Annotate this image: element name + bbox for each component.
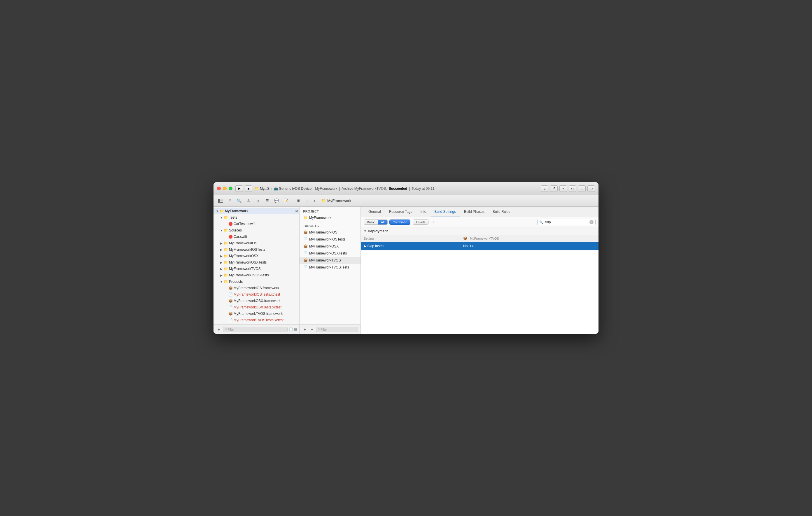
close-button[interactable] xyxy=(217,187,221,190)
add-filter-btn[interactable]: + xyxy=(430,219,436,225)
remove-target-btn[interactable]: − xyxy=(309,327,315,332)
filter-seg-control: Basic All xyxy=(364,219,388,225)
tab-info[interactable]: Info xyxy=(416,207,431,217)
nav-osxfw-item[interactable]: 📦 MyFrameworkOSX.framework xyxy=(213,298,299,304)
device-icon: 📺 xyxy=(273,187,278,191)
navigator-toggle-btn[interactable] xyxy=(216,197,225,205)
nav-tests-folder[interactable]: ▼ 📁 Tests xyxy=(213,214,299,221)
search-input[interactable] xyxy=(545,220,588,224)
nav-osxtests-folder[interactable]: ▶ 📁 MyFrameworkOSXTests xyxy=(213,259,299,266)
lines-icon-btn[interactable]: ≡ xyxy=(541,185,548,192)
filter-icons: 🕐 ⊞ xyxy=(289,327,297,331)
refresh-icon-btn[interactable]: ↺ xyxy=(550,185,558,192)
tab-build-settings[interactable]: Build Settings xyxy=(431,207,460,217)
forward-nav-btn[interactable]: › xyxy=(311,198,318,204)
nav-tvos-folder[interactable]: ▶ 📁 MyFrameworkTVOS xyxy=(213,266,299,272)
nav-ios-folder[interactable]: ▶ 📁 MyFrameworkIOS xyxy=(213,240,299,246)
products-folder-icon: 📁 xyxy=(224,279,228,284)
nav-root-item[interactable]: ▼ 📁 MyFramework M xyxy=(213,208,299,214)
search-btn[interactable]: 🔍 xyxy=(235,197,243,205)
skip-install-value: No ⬆⬇ xyxy=(460,244,599,248)
file-nav-footer: + ⊙ Filter 🕐 ⊞ xyxy=(213,325,299,334)
targets-footer: + − ⊙ Filter xyxy=(299,325,360,334)
back-icon-btn[interactable]: ⤶ xyxy=(559,185,567,192)
maximize-button[interactable] xyxy=(229,187,232,190)
title-bar-right: ≡ ↺ ⤶ ▭ ▭ ▭ xyxy=(541,185,595,192)
root-badge: M xyxy=(295,209,298,213)
tab-resource-tags[interactable]: Resource Tags xyxy=(385,207,416,217)
title-bar: ▶ ■ 📁 My...S › 📺 Generic tvOS Device MyF… xyxy=(213,182,599,195)
ios-label: MyFrameworkIOS xyxy=(229,241,257,245)
tab-general[interactable]: General xyxy=(364,207,385,217)
nav-car-item[interactable]: 🔴 Car.swift xyxy=(213,234,299,240)
play-button[interactable]: ▶ xyxy=(235,185,243,192)
nav-tvosfw-item[interactable]: 📦 MyFrameworkTVOS.framework xyxy=(213,310,299,317)
targets-panel: PROJECT 📁 MyFramework TARGETS 📦 MyFramew… xyxy=(299,207,361,334)
levels-filter-btn[interactable]: Levels xyxy=(413,220,428,224)
diamond-btn[interactable]: ◇ xyxy=(254,197,262,205)
list-btn[interactable]: ☰ xyxy=(263,197,271,205)
toolbar: ⊞ 🔍 ⚠ ◇ ☰ 💬 📝 ⊞ ‹ › 📁 MyFramework xyxy=(213,195,599,207)
target-tvosfw-item[interactable]: 📦 MyFrameworkTVOS xyxy=(299,257,360,264)
target-osxfw-item[interactable]: 📦 MyFrameworkOSX xyxy=(299,243,360,250)
target-osxtests-item[interactable]: 📄 MyFrameworkOSXTests xyxy=(299,250,360,257)
search-clear-btn[interactable]: ✕ xyxy=(589,220,593,224)
sources-folder-icon: 📁 xyxy=(224,228,228,233)
sidebar-left-btn[interactable]: ▭ xyxy=(569,185,576,192)
skip-install-row[interactable]: ▶ Skip Install No ⬆⬇ xyxy=(361,242,599,250)
hierarchy-btn[interactable]: ⊞ xyxy=(226,197,234,205)
nav-osx-folder[interactable]: ▶ 📁 MyFrameworkOSX xyxy=(213,253,299,259)
targets-section-header: TARGETS xyxy=(299,223,360,229)
tvos-arrow: ▶ xyxy=(219,267,224,271)
nav-sources-folder[interactable]: ▼ 📁 Sources xyxy=(213,227,299,234)
svg-rect-0 xyxy=(218,199,220,203)
add-file-btn[interactable]: + xyxy=(216,327,222,332)
stop-button[interactable]: ■ xyxy=(245,185,252,192)
target-tvostests-item[interactable]: 📄 MyFrameworkTVOSTests xyxy=(299,264,360,271)
grid-btn[interactable]: ⊞ xyxy=(294,197,302,205)
nav-iostests-folder[interactable]: ▶ 📁 MyFrameworkIOSTests xyxy=(213,246,299,253)
all-filter-btn[interactable]: All xyxy=(378,220,387,224)
tab-build-rules[interactable]: Build Rules xyxy=(489,207,515,217)
tab-build-phases[interactable]: Build Phases xyxy=(460,207,489,217)
targets-content: PROJECT 📁 MyFramework TARGETS 📦 MyFramew… xyxy=(299,207,360,325)
svg-rect-3 xyxy=(220,202,223,203)
breadcrumb-device[interactable]: 📺 Generic tvOS Device xyxy=(273,187,312,191)
sidebar-right-btn[interactable]: ▭ xyxy=(587,185,595,192)
cartests-label: CarTests.swift xyxy=(234,222,256,226)
iostest-icon: 📄 xyxy=(228,292,233,297)
deployment-section-header[interactable]: ▼ Deployment xyxy=(361,227,599,235)
sidebar-center-btn[interactable]: ▭ xyxy=(578,185,586,192)
basic-filter-btn[interactable]: Basic xyxy=(364,220,378,224)
nav-tvostest-item[interactable]: 📄 MyFrameworkTVOSTests.xctest xyxy=(213,317,299,323)
iostests-arrow: ▶ xyxy=(219,247,224,251)
target-iostests-item[interactable]: 📄 MyFrameworkIOSTests xyxy=(299,236,360,243)
add-target-btn[interactable]: + xyxy=(302,327,308,332)
warning-btn[interactable]: ⚠ xyxy=(244,197,253,205)
nav-iosfw-item[interactable]: 📦 MyFrameworkIOS.framework xyxy=(213,285,299,291)
osx-label: MyFrameworkOSX xyxy=(229,254,258,258)
minimize-button[interactable] xyxy=(223,187,227,190)
deployment-section-label: Deployment xyxy=(368,229,388,233)
combined-filter-btn[interactable]: Combined xyxy=(389,219,410,225)
folder-icon: 📁 xyxy=(321,199,326,203)
nav-osxtest-item[interactable]: 📄 MyFrameworkOSXTests.xctest xyxy=(213,304,299,310)
breadcrumb-project[interactable]: 📁 My...S xyxy=(255,187,269,191)
target-tvosfw-label: MyFrameworkTVOS xyxy=(309,258,341,262)
car-swift-icon: 🔴 xyxy=(228,234,233,239)
project-label: MyFramework xyxy=(309,216,331,220)
tvos-folder-icon: 📁 xyxy=(224,267,228,271)
back-nav-btn[interactable]: ‹ xyxy=(303,198,311,204)
target-iosfw-item[interactable]: 📦 MyFrameworkIOS xyxy=(299,229,360,236)
nav-tvostests-folder[interactable]: ▶ 📁 MyFrameworkTVOSTests xyxy=(213,272,299,278)
nav-cartests-item[interactable]: 🔴 CarTests.swift xyxy=(213,221,299,227)
deployment-toggle-arrow: ▼ xyxy=(364,230,367,233)
project-item[interactable]: 📁 MyFramework xyxy=(299,214,360,221)
nav-iostest-item[interactable]: 📄 MyFrameworkIOSTests.xctest xyxy=(213,291,299,298)
nav-products-folder[interactable]: ▼ 📁 Products xyxy=(213,278,299,285)
speech-btn[interactable]: 💬 xyxy=(272,197,281,205)
note-btn[interactable]: 📝 xyxy=(282,197,290,205)
settings-toolbar: Basic All Combined Levels + 🔍 ✕ xyxy=(361,217,599,227)
file-nav-content: ▼ 📁 MyFramework M ▼ 📁 Tests 🔴 xyxy=(213,207,299,325)
levels-seg-control: Levels xyxy=(413,219,429,225)
